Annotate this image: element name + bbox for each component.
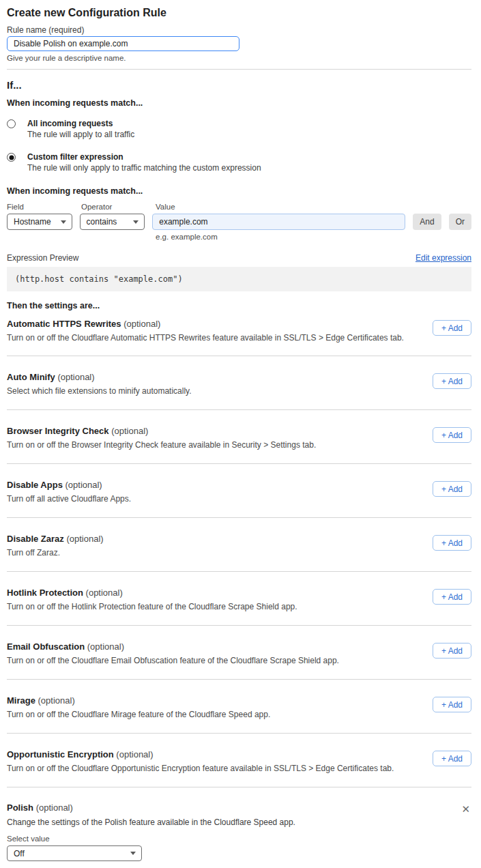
setting-optional-tag: (optional) xyxy=(86,588,123,598)
add-button[interactable]: + Add xyxy=(433,320,471,336)
page-title: Create new Configuration Rule xyxy=(7,6,471,19)
add-button[interactable]: + Add xyxy=(433,427,471,443)
chevron-down-icon xyxy=(130,852,136,855)
setting-description: Select which file extensions to minify a… xyxy=(7,386,192,396)
operator-select[interactable]: contains xyxy=(80,214,145,230)
value-hint: e.g. example.com xyxy=(156,232,471,242)
or-button[interactable]: Or xyxy=(449,214,471,230)
add-button[interactable]: + Add xyxy=(433,697,471,712)
setting-section-polish: Polish (optional) ✕ Change the settings … xyxy=(7,787,471,861)
expression-preview-code: (http.host contains "example.com") xyxy=(7,267,471,291)
expression-builder-row: Hostname contains And Or xyxy=(7,214,471,230)
close-icon[interactable]: ✕ xyxy=(461,804,470,814)
setting-row-hotlink-protection: Hotlink Protection (optional) Turn on or… xyxy=(7,572,471,626)
add-button[interactable]: + Add xyxy=(433,751,471,766)
setting-optional-tag: (optional) xyxy=(116,749,153,760)
setting-title: Email Obfuscation xyxy=(7,641,85,652)
polish-value-select[interactable]: Off xyxy=(7,845,142,861)
create-configuration-rule-page: Create new Configuration Rule Rule name … xyxy=(0,6,481,861)
field-label: Field xyxy=(7,202,81,212)
setting-description: Turn on or off the Cloudflare Opportunis… xyxy=(7,764,394,774)
match-subheading: When incoming requests match... xyxy=(7,98,471,108)
settings-list: Automatic HTTPS Rewrites (optional) Turn… xyxy=(7,311,471,787)
expression-preview-row: Expression Preview Edit expression xyxy=(7,253,471,263)
setting-row-automatic-https-rewrites: Automatic HTTPS Rewrites (optional) Turn… xyxy=(7,311,471,356)
setting-row-opportunistic-encryption: Opportunistic Encryption (optional) Turn… xyxy=(7,734,471,787)
operator-label: Operator xyxy=(81,202,156,212)
value-input[interactable] xyxy=(152,214,405,230)
section-divider xyxy=(7,69,471,70)
add-button[interactable]: + Add xyxy=(433,643,471,659)
edit-expression-link[interactable]: Edit expression xyxy=(416,253,471,263)
setting-optional-tag: (optional) xyxy=(111,426,148,436)
add-button[interactable]: + Add xyxy=(433,535,471,551)
setting-title: Mirage xyxy=(7,695,35,706)
value-label: Value xyxy=(156,202,175,212)
radio-icon-selected[interactable] xyxy=(7,153,16,162)
setting-title: Hotlink Protection xyxy=(7,588,83,598)
setting-optional-tag: (optional) xyxy=(65,480,102,490)
field-select-value: Hostname xyxy=(14,217,51,227)
setting-title: Polish xyxy=(7,802,33,813)
chevron-down-icon xyxy=(61,220,66,224)
setting-description: Change the settings of the Polish featur… xyxy=(7,818,471,828)
setting-optional-tag: (optional) xyxy=(57,372,94,382)
operator-select-value: contains xyxy=(87,217,117,227)
radio-option-description: The rule will apply to all traffic xyxy=(27,130,134,140)
setting-row-email-obfuscation: Email Obfuscation (optional) Turn on or … xyxy=(7,626,471,680)
setting-optional-tag: (optional) xyxy=(87,641,124,652)
setting-row-browser-integrity-check: Browser Integrity Check (optional) Turn … xyxy=(7,410,471,464)
setting-description: Turn on or off the Browser Integrity Che… xyxy=(7,440,316,450)
setting-title: Disable Zaraz xyxy=(7,534,64,544)
expression-builder-heading: When incoming requests match... xyxy=(7,186,471,197)
chevron-down-icon xyxy=(133,220,139,224)
setting-row-auto-minify: Auto Minify (optional) Select which file… xyxy=(7,356,471,410)
rule-name-helper: Give your rule a descriptive name. xyxy=(7,53,471,63)
rule-name-label: Rule name (required) xyxy=(7,25,471,35)
radio-option-label: Custom filter expression xyxy=(27,152,261,162)
setting-description: Turn on or off the Cloudflare Automatic … xyxy=(7,333,404,343)
setting-title: Browser Integrity Check xyxy=(7,426,109,436)
field-select[interactable]: Hostname xyxy=(7,214,72,230)
polish-select-value: Off xyxy=(14,849,25,858)
setting-description: Turn on or off the Hotlink Protection fe… xyxy=(7,602,297,612)
setting-title: Auto Minify xyxy=(7,372,55,382)
radio-option-label: All incoming requests xyxy=(27,119,134,129)
radio-option-all-incoming-requests[interactable]: All incoming requests The rule will appl… xyxy=(7,119,471,140)
setting-row-disable-zaraz: Disable Zaraz (optional) Turn off Zaraz.… xyxy=(7,518,471,572)
setting-optional-tag: (optional) xyxy=(66,534,103,544)
rule-name-input[interactable] xyxy=(7,36,239,51)
setting-optional-tag: (optional) xyxy=(36,802,73,813)
add-button[interactable]: + Add xyxy=(433,589,471,605)
setting-optional-tag: (optional) xyxy=(38,695,75,706)
setting-description: Turn off all active Cloudflare Apps. xyxy=(7,494,131,504)
expression-preview-label: Expression Preview xyxy=(7,253,78,263)
expression-builder-labels: Field Operator Value xyxy=(7,202,471,212)
setting-title: Disable Apps xyxy=(7,480,63,490)
setting-description: Turn on or off the Cloudflare Email Obfu… xyxy=(7,656,339,666)
add-button[interactable]: + Add xyxy=(433,481,471,497)
then-settings-heading: Then the settings are... xyxy=(7,301,471,311)
setting-title: Opportunistic Encryption xyxy=(7,749,114,760)
add-button[interactable]: + Add xyxy=(433,373,471,389)
setting-description: Turn on or off the Cloudflare Mirage fea… xyxy=(7,710,270,720)
setting-description: Turn off Zaraz. xyxy=(7,548,104,558)
setting-row-disable-apps: Disable Apps (optional) Turn off all act… xyxy=(7,464,471,518)
and-button[interactable]: And xyxy=(413,214,441,230)
select-value-label: Select value xyxy=(7,834,471,843)
radio-option-description: The rule will only apply to traffic matc… xyxy=(27,163,261,173)
radio-option-custom-filter-expression[interactable]: Custom filter expression The rule will o… xyxy=(7,152,471,173)
setting-row-mirage: Mirage (optional) Turn on or off the Clo… xyxy=(7,680,471,734)
if-heading: If... xyxy=(7,78,471,91)
setting-title: Automatic HTTPS Rewrites xyxy=(7,319,121,329)
setting-optional-tag: (optional) xyxy=(123,319,160,329)
radio-icon[interactable] xyxy=(7,119,16,128)
